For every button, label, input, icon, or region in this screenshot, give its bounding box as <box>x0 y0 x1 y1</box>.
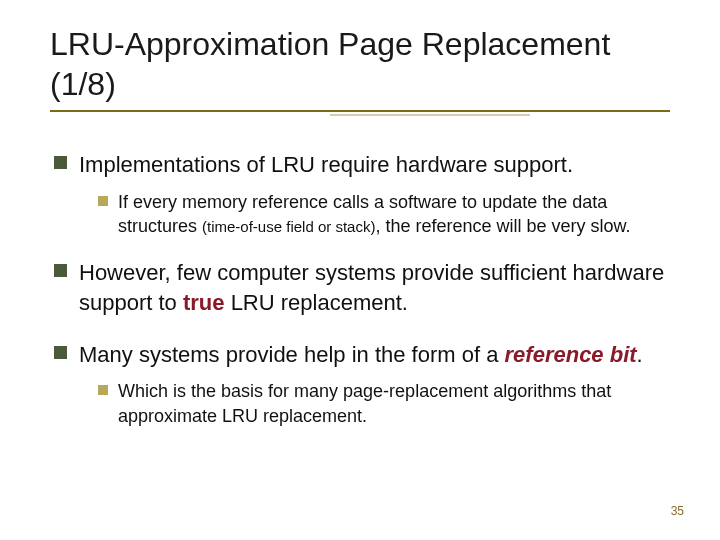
text-segment: . <box>637 342 643 367</box>
spacer <box>54 328 670 340</box>
bullet-text: Which is the basis for many page-replace… <box>118 379 670 428</box>
bullet-level1: However, few computer systems provide su… <box>54 258 670 317</box>
text-segment: LRU replacement. <box>225 290 408 315</box>
square-bullet-icon <box>54 346 67 359</box>
emphasis-red-italic: reference bit <box>505 342 637 367</box>
text-segment: Many systems provide help in the form of… <box>79 342 505 367</box>
underline-shadow <box>330 114 530 116</box>
bullet-text: Implementations of LRU require hardware … <box>79 150 573 180</box>
bullet-level2: Which is the basis for many page-replace… <box>98 379 670 428</box>
title-block: LRU-Approximation Page Replacement (1/8) <box>50 24 670 104</box>
text-small-segment: (time-of-use field or stack) <box>202 218 375 235</box>
square-bullet-icon <box>54 264 67 277</box>
bullet-level1: Implementations of LRU require hardware … <box>54 150 670 180</box>
title-underline <box>50 110 670 120</box>
slide-title: LRU-Approximation Page Replacement (1/8) <box>50 24 670 104</box>
square-bullet-icon <box>98 196 108 206</box>
square-bullet-icon <box>54 156 67 169</box>
slide: LRU-Approximation Page Replacement (1/8)… <box>0 0 720 540</box>
bullet-text: However, few computer systems provide su… <box>79 258 670 317</box>
bullet-list: Implementations of LRU require hardware … <box>50 150 670 428</box>
bullet-level2: If every memory reference calls a softwa… <box>98 190 670 239</box>
page-number: 35 <box>671 504 684 518</box>
bullet-text: Many systems provide help in the form of… <box>79 340 643 370</box>
emphasis-red: true <box>183 290 225 315</box>
bullet-text: If every memory reference calls a softwa… <box>118 190 670 239</box>
text-segment: , the reference will be very slow. <box>375 216 630 236</box>
underline-main <box>50 110 670 112</box>
bullet-level1: Many systems provide help in the form of… <box>54 340 670 370</box>
square-bullet-icon <box>98 385 108 395</box>
